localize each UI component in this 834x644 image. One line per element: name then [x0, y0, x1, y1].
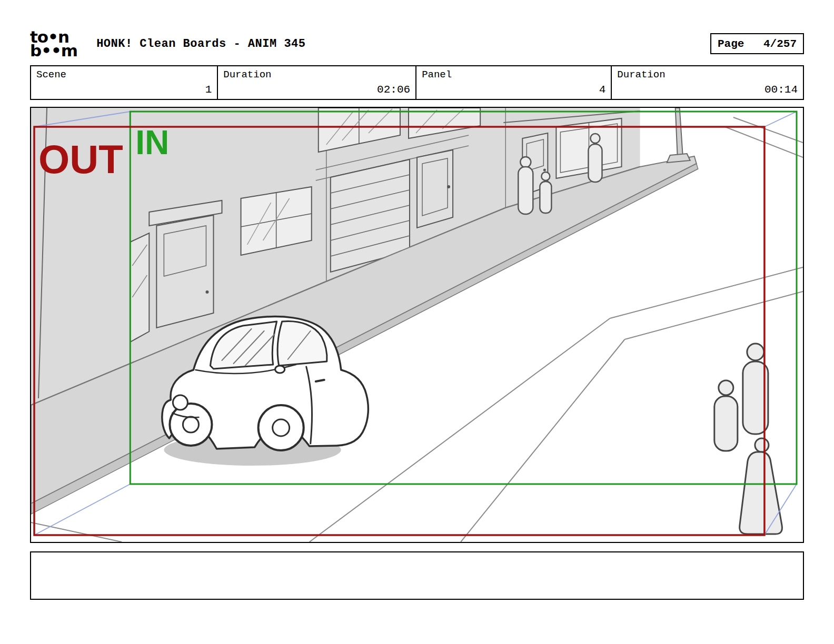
storyboard-panel: OUT IN	[30, 107, 804, 543]
toonboom-logo: to•n b••m	[30, 30, 77, 57]
storyboard-page: to•n b••m HONK! Clean Boards - ANIM 345 …	[0, 0, 834, 644]
panel-label: Panel	[422, 69, 605, 80]
pedestrian-body	[588, 144, 602, 182]
narrow-window	[130, 233, 149, 342]
scene-duration-label: Duration	[223, 69, 410, 80]
caption-box	[30, 551, 804, 600]
scene-cell: Scene 1	[30, 65, 218, 100]
car-front-wheel	[170, 404, 212, 446]
scene-duration-cell: Duration 02:06	[217, 65, 416, 100]
page-label: Page	[718, 38, 744, 50]
header: to•n b••m HONK! Clean Boards - ANIM 345 …	[30, 27, 804, 60]
pedestrian-body	[518, 167, 533, 214]
pedestrian-head	[747, 344, 764, 360]
document-title: HONK! Clean Boards - ANIM 345	[96, 37, 305, 51]
panel-duration-label: Duration	[617, 69, 798, 80]
car-mirror	[275, 366, 285, 373]
pedestrian-body	[714, 396, 738, 451]
panel-value: 4	[599, 84, 606, 96]
storyboard-drawing: OUT IN	[31, 108, 803, 542]
panel-duration-cell: Duration 00:14	[611, 65, 804, 100]
street-pole	[667, 108, 690, 163]
pedestrian-head	[520, 157, 531, 167]
pedestrian-head	[719, 380, 733, 395]
pedestrian-body	[740, 452, 782, 534]
scene-duration-value: 02:06	[377, 84, 410, 96]
left-door	[156, 215, 213, 328]
car-rear-wheel	[259, 405, 304, 450]
camera-out-label: OUT	[38, 137, 123, 182]
scene-label: Scene	[36, 69, 212, 80]
scene-value: 1	[205, 84, 212, 96]
logo-line-2: b••m	[30, 44, 77, 57]
page-content: to•n b••m HONK! Clean Boards - ANIM 345 …	[0, 0, 834, 600]
panel-cell: Panel 4	[415, 65, 612, 100]
panel-duration-value: 00:14	[764, 84, 798, 96]
info-row: Scene 1 Duration 02:06 Panel 4 Duration …	[30, 65, 804, 100]
page-number-box: Page 4/257	[710, 33, 804, 54]
pedestrian-head	[755, 438, 769, 452]
car-headlight	[173, 395, 187, 410]
camera-in-label: IN	[135, 124, 169, 162]
pedestrian-body	[540, 182, 551, 213]
pedestrian-head	[541, 172, 550, 180]
pedestrians-foreground	[714, 344, 782, 534]
page-value: 4/257	[763, 38, 797, 50]
pedestrian-head	[590, 134, 600, 143]
